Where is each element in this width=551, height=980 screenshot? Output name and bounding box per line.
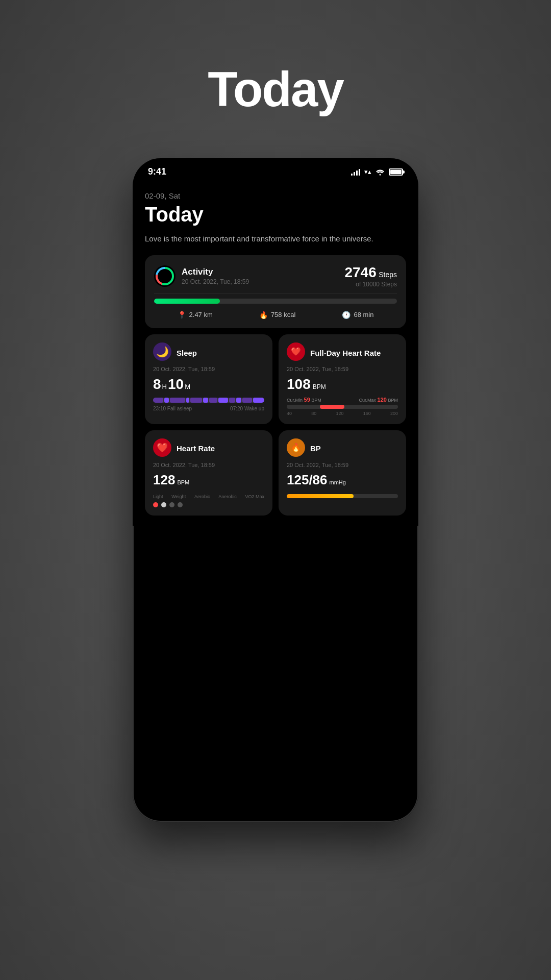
wifi-icon: ▾▴ [364,168,371,176]
zone-dot-white [161,502,166,507]
bp-title: BP [310,444,321,453]
zone-anerobic-label: Anerobic [218,494,237,499]
fullday-heart-unit: BPM [313,383,326,390]
status-bar: 9:41 ▾▴ [133,158,418,181]
hr-range-bar [287,405,398,409]
fall-asleep-label: 23:10 Fall asleep [153,406,192,411]
steps-label: Steps [379,271,397,279]
hr-scale-120: 120 [336,411,343,416]
bp-card[interactable]: 🔥 BP 20 Oct. 2022, Tue, 18:59 125/86 mmH… [279,430,406,516]
fullday-heart-card-header: ❤️ Full-Day Heart Rate [287,342,398,364]
cur-min-value: 59 [304,397,310,403]
zone-dot-red [153,502,158,507]
sleep-times: 23:10 Fall asleep 07:20 Wake up [153,406,264,411]
activity-title: Activity [182,267,249,277]
sleep-date: 20 Oct. 2022, Tue, 18:59 [153,366,264,372]
duration-stat: 🕐 68 min [342,311,373,319]
date-label: 02-09, Sat [145,191,406,200]
status-time: 9:41 [148,166,166,177]
hr-min-max: Cur.Min 59 BPM Cur.Max 120 BPM [287,397,398,403]
content-area: 02-09, Sat Today Love is the most import… [133,181,418,526]
zone-light-label: Light [153,494,163,499]
zones-section: Light Weight Aerobic Anerobic VO2 Max [153,494,264,507]
sleep-m-label: M [185,383,190,390]
sleep-bar [153,398,264,403]
zone-vo2-label: VO2 Max [245,494,264,499]
bp-number: 125/86 [287,472,328,488]
activity-card[interactable]: Activity 20 Oct. 2022, Tue, 18:59 2746 S… [145,255,406,328]
zone-dot-row [153,502,264,507]
bp-progress-bar [287,494,398,498]
cur-max-unit: BPM [388,398,398,403]
heart-rate-icon: ❤️ [153,438,171,457]
divider [154,293,397,293]
steps-of: of 10000 Steps [344,281,397,288]
small-cards-grid: 🌙 Sleep 20 Oct. 2022, Tue, 18:59 8 H 10 … [145,334,406,424]
heart-rate-value: 128 BPM [153,472,264,488]
activity-card-left: Activity 20 Oct. 2022, Tue, 18:59 [154,265,249,287]
bp-progress-fill [287,494,354,498]
moon-icon: 🌙 [156,346,169,358]
heart-rate-card-header: ❤️ Heart Rate [153,438,264,460]
sleep-card[interactable]: 🌙 Sleep 20 Oct. 2022, Tue, 18:59 8 H 10 … [145,334,272,424]
fullday-heart-value: 108 BPM [287,376,398,393]
sleep-hours: 8 [153,376,161,393]
sleep-card-header: 🌙 Sleep [153,342,264,364]
zone-dot-grey1 [169,502,174,507]
calories-value: 758 kcal [271,311,295,318]
activity-date: 20 Oct. 2022, Tue, 18:59 [182,278,249,285]
bp-icon: 🔥 [287,438,305,457]
today-heading: Today [145,203,406,226]
sleep-title: Sleep [177,349,197,358]
heart-full-icon: ❤️ [291,347,301,356]
bp-unit: mmHg [330,479,346,485]
bp-progress-section [287,494,398,498]
zones-labels: Light Weight Aerobic Anerobic VO2 Max [153,494,264,499]
sleep-minutes: 10 [168,376,184,393]
bp-card-header: 🔥 BP [287,438,398,460]
wake-up-label: 07:20 Wake up [230,406,264,411]
wifi-icon [375,168,385,176]
cur-max-value: 120 [378,397,387,403]
fullday-heart-card[interactable]: ❤️ Full-Day Heart Rate 20 Oct. 2022, Tue… [279,334,406,424]
sleep-icon: 🌙 [153,342,171,361]
steps-number: 2746 [344,264,376,280]
distance-value: 2.47 km [189,311,213,318]
activity-stats: 📍 2.47 km 🔥 758 kcal 🕐 68 min [154,311,397,319]
heart-rate-date: 20 Oct. 2022, Tue, 18:59 [153,462,264,468]
signal-bars-icon [351,168,360,176]
page-title: Today [208,61,343,117]
distance-stat: 📍 2.47 km [178,311,213,319]
bp-flame-icon: 🔥 [291,443,301,452]
fullday-heart-icon: ❤️ [287,342,305,361]
fullday-heart-title: Full-Day Heart Rate [310,349,381,358]
bottom-cards-grid: ❤️ Heart Rate 20 Oct. 2022, Tue, 18:59 1… [145,430,406,516]
heart-rate-unit: BPM [177,479,189,485]
duration-value: 68 min [354,311,373,318]
sleep-h-label: H [162,383,167,390]
zone-aerobic-label: Aerobic [194,494,210,499]
sleep-value: 8 H 10 M [153,376,264,393]
hr-scale-80: 80 [311,411,316,416]
zone-weight-label: Weight [171,494,186,499]
bp-date: 20 Oct. 2022, Tue, 18:59 [287,462,398,468]
cur-min-label: Cur.Min 59 BPM [287,397,321,403]
heart-rate-title: Heart Rate [177,444,215,453]
hr-scale-200: 200 [390,411,398,416]
cur-max-label: Cur.Max 120 BPM [359,397,398,403]
heart-rate-number: 128 [153,472,175,488]
bp-value: 125/86 mmHg [287,472,398,488]
fire-icon: 🔥 [259,311,268,319]
fullday-heart-number: 108 [287,376,311,393]
activity-ring-icon [154,265,176,287]
clock-icon: 🕐 [342,311,350,319]
calories-stat: 🔥 758 kcal [259,311,295,319]
fullday-heart-date: 20 Oct. 2022, Tue, 18:59 [287,366,398,372]
activity-progress-fill [154,299,220,304]
heart-icon: ❤️ [157,442,168,453]
hr-scale-160: 160 [363,411,371,416]
heart-rate-card[interactable]: ❤️ Heart Rate 20 Oct. 2022, Tue, 18:59 1… [145,430,272,516]
quote-text: Love is the most important and transform… [145,233,406,245]
zone-dot-grey2 [178,502,183,507]
activity-progress-bar [154,299,397,304]
